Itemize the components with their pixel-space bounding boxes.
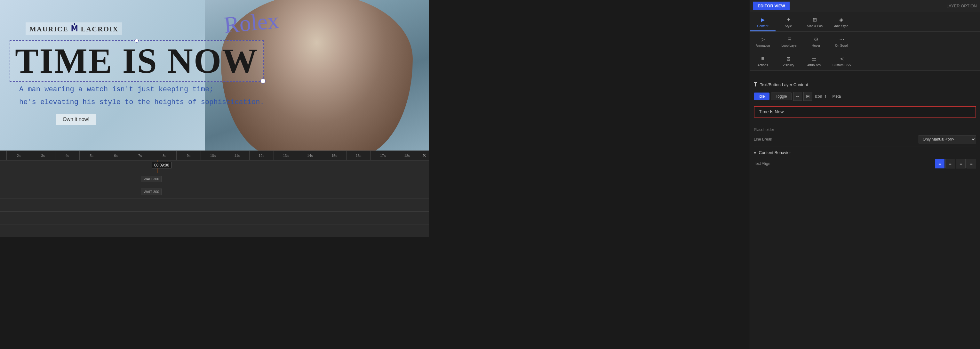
timeline-track-1: 00:09:00 (0, 160, 429, 173)
tab-visibility[interactable]: ⊠ Visibility (776, 54, 801, 70)
ruler-mark-3s: 3s (31, 151, 55, 160)
ruler-mark-9s: 9s (176, 151, 200, 160)
timeline: 2s 3s 4s 5s 6s 7s 8s 9s 10s 11s 12s 13s … (0, 150, 429, 237)
ruler-mark-11s: 11s (225, 151, 249, 160)
ruler-mark-6s: 6s (103, 151, 128, 160)
content-behavior-header: ≡ Content Behavior (754, 150, 976, 155)
cta-button[interactable]: Own it now! (56, 114, 96, 125)
visibility-icon: ⊠ (785, 55, 792, 62)
state-tab-idle[interactable]: Idle (754, 92, 770, 100)
text-value-field[interactable]: Time Is Now (754, 106, 976, 118)
align-buttons: ≡ ≡ ≡ ≡ (935, 159, 976, 169)
rolex-text: Rolex (223, 7, 280, 39)
tag-icon: 🏷 (824, 94, 830, 99)
linebreak-row: Line Break Only Manual <br/> (754, 135, 976, 143)
wait-badge-2: WAIT 300 (141, 189, 162, 195)
divider-3 (754, 147, 976, 147)
timeline-close-button[interactable]: ✕ (419, 151, 429, 160)
top-center-handle[interactable] (135, 39, 138, 43)
ruler-mark-15s: 15s (322, 151, 346, 160)
style-icon: ✦ (785, 16, 792, 23)
ruler-mark-12s: 12s (249, 151, 274, 160)
align-justify-button[interactable]: ≡ (967, 159, 976, 169)
state-tab-arrow[interactable]: ↔ (793, 92, 802, 101)
tab-adv-style[interactable]: ◈ Adv. Style (828, 15, 854, 31)
hover-icon: ⊙ (813, 35, 820, 43)
wait-badge-1: WAIT 300 (141, 176, 162, 182)
meta-label: Meta (832, 94, 841, 99)
tab-attributes[interactable]: ☰ Attributes (801, 54, 827, 70)
tab-custom-css[interactable]: ≺ Custom CSS (827, 54, 857, 70)
tab-icons-row-3: ≡ Actions ⊠ Visibility ☰ Attributes ≺ Cu… (750, 51, 980, 71)
brand-surname: LACROIX (81, 25, 119, 33)
animation-icon: ▷ (759, 35, 766, 43)
text-align-row: Text Align ≡ ≡ ≡ ≡ (754, 159, 976, 169)
tab-animation[interactable]: ▷ Animation (750, 34, 776, 51)
ruler-mark-5s: 5s (80, 151, 103, 160)
tab-hover[interactable]: ⊙ Hover (803, 34, 829, 51)
subtitle-text: A man wearing a watch isn't just keeping… (19, 83, 264, 108)
right-panel: EDITOR VIEW LAYER OPTION ▶ Content ✦ Sty… (749, 0, 980, 349)
icon-label: Icon (815, 94, 822, 99)
tab-content[interactable]: ▶ Content (750, 15, 776, 31)
editor-canvas: MAURICE Ṁ LACROIX Rolex TIME IS NOW A ma… (0, 0, 429, 150)
tab-size-pos[interactable]: ⊞ Size & Pos (801, 15, 828, 31)
state-tab-toggle[interactable]: Toggle (771, 92, 792, 100)
tab-actions[interactable]: ≡ Actions (750, 54, 776, 70)
ruler-mark-10s: 10s (200, 151, 225, 160)
linebreak-select[interactable]: Only Manual <br/> (919, 135, 976, 143)
ruler-mark-14s: 14s (298, 151, 322, 160)
timeline-track-3: WAIT 300 (0, 186, 429, 199)
timeline-ruler: 2s 3s 4s 5s 6s 7s 8s 9s 10s 11s 12s 13s … (0, 151, 419, 160)
timeline-track-5 (0, 212, 429, 225)
align-right-button[interactable]: ≡ (956, 159, 966, 169)
tab-loop-layer[interactable]: ⊟ Loop Layer (776, 34, 803, 51)
panel-top-tabs: EDITOR VIEW LAYER OPTION (750, 0, 980, 12)
ruler-mark-17s: 17s (371, 151, 395, 160)
divider-1 (750, 74, 980, 74)
editor-view-button[interactable]: EDITOR VIEW (753, 2, 790, 10)
timeline-track-2: WAIT 300 (0, 173, 429, 186)
adv-style-icon: ◈ (838, 16, 845, 23)
content-icon: ▶ (759, 16, 766, 23)
on-scroll-icon: ⋯ (838, 35, 845, 43)
ruler-mark-18s: 18s (395, 151, 419, 160)
brand-logo: MAURICE Ṁ LACROIX (25, 22, 122, 35)
content-behavior-icon: ≡ (754, 150, 756, 155)
align-left-button[interactable]: ≡ (935, 159, 945, 169)
section-header: T Text/Button Layer Content (754, 81, 976, 88)
custom-css-icon: ≺ (838, 55, 845, 62)
state-tabs: Idle Toggle ↔ ⊞ Icon 🏷 Meta (754, 92, 976, 101)
timeline-time-badge: 00:09:00 (152, 162, 172, 169)
ruler-mark-4s: 4s (55, 151, 80, 160)
brand-crest: Ṁ (71, 24, 78, 33)
align-center-button[interactable]: ≡ (945, 159, 955, 169)
panel-content: T Text/Button Layer Content Idle Toggle … (750, 78, 980, 349)
timeline-track-4 (0, 199, 429, 212)
loop-layer-icon: ⊟ (786, 35, 793, 43)
brand-name: MAURICE (29, 25, 68, 33)
canvas-editor: MAURICE Ṁ LACROIX Rolex TIME IS NOW A ma… (0, 0, 429, 150)
timeline-header: 2s 3s 4s 5s 6s 7s 8s 9s 10s 11s 12s 13s … (0, 151, 429, 160)
ruler-mark-2s: 2s (6, 151, 31, 160)
actions-icon: ≡ (759, 55, 766, 62)
headline-selection-box[interactable]: TIME IS NOW (10, 40, 264, 82)
tab-icons-row-2: ▷ Animation ⊟ Loop Layer ⊙ Hover ⋯ On Sc… (750, 32, 980, 51)
ruler-mark-8s: 8s (152, 151, 176, 160)
layer-option-label: LAYER OPTION (947, 3, 977, 8)
ruler-mark-13s: 13s (274, 151, 298, 160)
ruler-mark-16s: 16s (346, 151, 371, 160)
size-pos-icon: ⊞ (811, 16, 818, 23)
tab-style[interactable]: ✦ Style (776, 15, 801, 31)
tab-icons-row-1: ▶ Content ✦ Style ⊞ Size & Pos ◈ Adv. St… (750, 12, 980, 32)
ruler-mark-7s: 7s (128, 151, 152, 160)
placeholder-row: Placeholder (754, 127, 976, 132)
attributes-icon: ☰ (810, 55, 818, 62)
state-tab-grid[interactable]: ⊞ (803, 92, 812, 101)
headline-text[interactable]: TIME IS NOW (15, 43, 258, 78)
tab-on-scroll[interactable]: ⋯ On Scroll (829, 34, 854, 51)
text-type-icon: T (754, 81, 757, 88)
